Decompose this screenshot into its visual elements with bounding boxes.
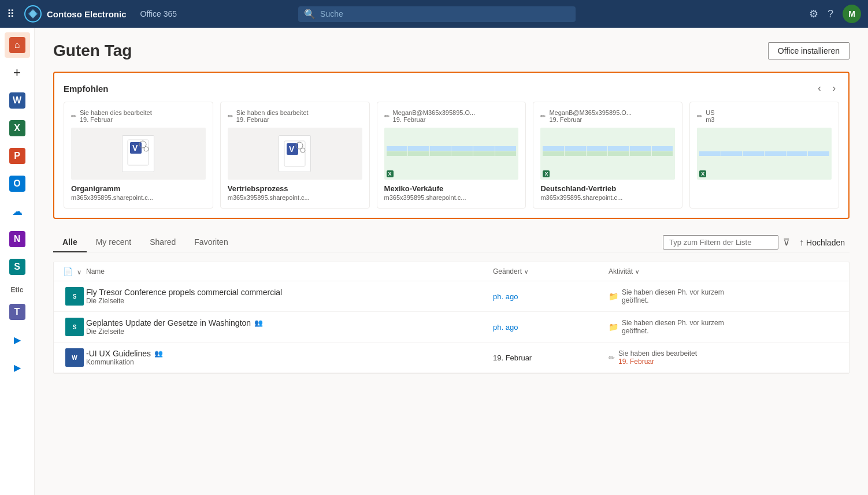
card-location-3: m365x395895.sharepoint.c... — [384, 194, 519, 201]
pencil-icon-row3: ✏ — [609, 353, 615, 362]
tab-favoriten[interactable]: Favoriten — [185, 233, 237, 252]
sidebar-item-add[interactable]: + — [5, 60, 30, 85]
file-icon-cell-1: S — [63, 287, 86, 306]
recommended-card-deutschland[interactable]: ✏ MeganB@M365x395895.O... 19. Februar — [533, 102, 682, 209]
card-meta-1: ✏ Sie haben dies bearbeitet 19. Februar — [71, 109, 206, 123]
help-icon[interactable]: ? — [828, 8, 833, 20]
card-meta-3: ✏ MeganB@M365x395895.O... 19. Februar — [384, 109, 519, 123]
page-header: Guten Tag Office installieren — [53, 42, 850, 60]
file-activity-2: 📁 Sie haben diesen Ph. vor kurzem geöffn… — [609, 319, 840, 335]
page-title: Guten Tag — [53, 42, 132, 60]
sidebar-item-arrow2[interactable]: ▶ — [5, 355, 30, 380]
filter-input[interactable] — [663, 235, 778, 250]
recommended-section: Empfohlen ‹ › ✏ Sie haben dies bearbeite… — [53, 72, 850, 219]
recommended-card-mexiko[interactable]: ✏ MeganB@M365x395895.O... 19. Februar — [377, 102, 526, 209]
sidebar-item-word[interactable]: W — [5, 88, 30, 113]
file-name-3: -UI UX Guidelines 👥 — [86, 349, 493, 358]
sidebar-item-onedrive[interactable]: ☁ — [5, 199, 30, 224]
table-row[interactable]: S Geplantes Update der Gesetze in Washin… — [54, 312, 849, 343]
sidebar-item-sharepoint[interactable]: S — [5, 254, 30, 280]
home-icon: ⌂ — [9, 37, 25, 53]
file-modified-2: ph. ago — [493, 322, 609, 332]
search-input[interactable] — [320, 9, 570, 18]
sharepoint-icon: S — [9, 259, 25, 275]
table-row[interactable]: W -UI UX Guidelines 👥 Kommunikation 19. … — [54, 343, 849, 373]
card-location-4: m365x395895.sharepoint.c... — [540, 194, 675, 201]
svg-text:V: V — [289, 144, 295, 154]
col-activity-header[interactable]: Aktivität ∨ — [609, 267, 840, 276]
tab-shared[interactable]: Shared — [140, 233, 185, 252]
card-name-3: Mexiko-Verkäufe — [384, 184, 519, 193]
sidebar-item-onenote[interactable]: N — [5, 226, 30, 252]
shared-icon-2: 👥 — [254, 319, 263, 327]
arrow-right-icon-2: ▶ — [14, 362, 21, 373]
file-activity-3: ✏ Sie haben dies bearbeitet 19. Februar — [609, 349, 840, 366]
card-location-2: m365x395895.sharepoint.c... — [228, 194, 362, 201]
col-name-header[interactable]: Name — [86, 267, 493, 276]
tabs-section: Alle My recent Shared Favoriten ⊽ ↑ Hoch… — [53, 233, 850, 252]
card-preview-5: X — [697, 128, 832, 180]
card-name-4: Deutschland-Vertrieb — [540, 184, 675, 193]
card-meta-date-1: 19. Februar — [80, 116, 152, 123]
file-activity-1: 📁 Sie haben diesen Ph. vor kurzem geöffn… — [609, 288, 840, 304]
file-subtitle-1: Die Zielseite — [86, 297, 493, 305]
sidebar-item-excel[interactable]: X — [5, 116, 30, 141]
shared-icon-3: 👥 — [154, 349, 163, 358]
product-name: Office 365 — [140, 9, 177, 18]
recommended-card-vertriebsprozess[interactable]: ✏ Sie haben dies bearbeitet 19. Februar … — [220, 102, 370, 209]
sidebar-item-arrow1[interactable]: ▶ — [5, 327, 30, 352]
file-subtitle-2: Die Zielseite — [86, 327, 493, 336]
left-sidebar: ⌂ + W X P O ☁ N S Etic T ▶ ▶ — [0, 28, 35, 495]
card-meta-date-3: 19. Februar — [393, 116, 476, 123]
file-modified-1: ph. ago — [493, 291, 609, 302]
install-office-button[interactable]: Office installieren — [768, 42, 850, 59]
app-logo[interactable]: Contoso Electronic — [24, 5, 127, 23]
card-meta-date-2: 19. Februar — [236, 116, 309, 123]
file-name-cell-1: Fly Tresor Conference propels commercial… — [86, 288, 493, 305]
file-name-cell-3: -UI UX Guidelines 👥 Kommunikation — [86, 349, 493, 366]
nav-prev-button[interactable]: ‹ — [814, 82, 824, 95]
waffle-icon[interactable]: ⠿ — [7, 8, 14, 20]
recommended-card-us[interactable]: ✏ US m3 X — [689, 102, 839, 209]
tab-recent[interactable]: My recent — [87, 233, 140, 252]
sidebar-item-home[interactable]: ⌂ — [5, 32, 30, 58]
file-subtitle-3: Kommunikation — [86, 358, 493, 366]
excel-badge-4: X — [543, 170, 550, 177]
pencil-icon-card4: ✏ — [540, 113, 546, 120]
sidebar-item-powerpoint[interactable]: P — [5, 143, 30, 169]
user-avatar[interactable]: M — [843, 5, 861, 23]
file-modified-3: 19. Februar — [493, 352, 609, 363]
card-location-1: m365x395895.sharepoint.c... — [71, 194, 206, 201]
upload-button[interactable]: ↑ Hochladen — [795, 235, 850, 250]
table-row[interactable]: S Fly Tresor Conference propels commerci… — [54, 281, 849, 312]
settings-icon[interactable]: ⚙ — [809, 8, 818, 20]
recommended-header: Empfohlen ‹ › — [64, 82, 839, 95]
folder-icon-1: 📁 — [609, 292, 618, 301]
col-modified-header[interactable]: Geändert ∨ — [493, 267, 609, 276]
file-list-header: 📄 ∨ Name Geändert ∨ Aktivität ∨ — [54, 262, 849, 281]
sidebar-item-outlook[interactable]: O — [5, 171, 30, 196]
logo-icon — [24, 5, 42, 23]
visio-file-icon: V — [122, 135, 154, 172]
card-preview-4: X — [540, 128, 675, 180]
tab-alle[interactable]: Alle — [53, 233, 87, 252]
excel-icon: X — [9, 120, 25, 136]
file-icon-cell-2: S — [63, 318, 86, 336]
card-name-2: Vertriebsprozess — [228, 184, 362, 193]
card-meta-user-4: MeganB@M365x395895.O... — [549, 109, 632, 116]
card-meta-5: ✏ US m3 — [697, 109, 832, 123]
card-meta-2: ✏ Sie haben dies bearbeitet 19. Februar — [228, 109, 362, 123]
recommended-card-organigramm[interactable]: ✏ Sie haben dies bearbeitet 19. Februar … — [64, 102, 213, 209]
card-preview-1: V — [71, 128, 206, 180]
card-preview-2: V — [228, 128, 362, 180]
visio-file-icon-2: V — [279, 135, 311, 172]
card-meta-user-3: MeganB@M365x395895.O... — [393, 109, 476, 116]
recommended-title: Empfohlen — [64, 84, 109, 94]
filter-icon[interactable]: ⊽ — [783, 237, 790, 248]
card-meta-user-2: Sie haben dies bearbeitet — [236, 109, 309, 116]
sidebar-item-teams[interactable]: T — [5, 299, 30, 325]
card-meta-user-5: US — [706, 109, 714, 116]
search-bar[interactable]: 🔍 — [298, 6, 576, 22]
nav-next-button[interactable]: › — [829, 82, 839, 95]
tabs-row: Alle My recent Shared Favoriten ⊽ ↑ Hoch… — [53, 233, 850, 252]
